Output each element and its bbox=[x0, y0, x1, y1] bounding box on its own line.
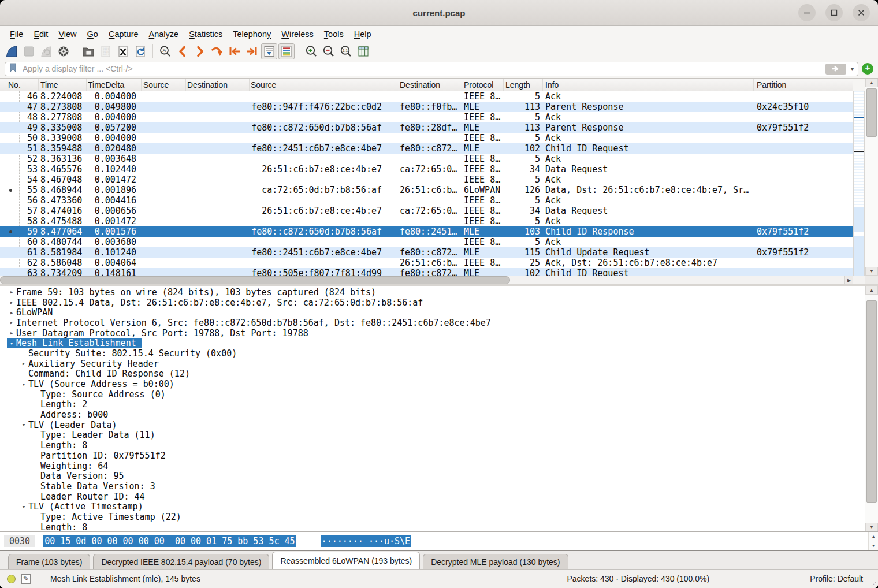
detail-row[interactable]: Command: Child ID Response (12) bbox=[0, 369, 865, 379]
column-header-delta[interactable]: TimeDelta bbox=[87, 79, 142, 91]
packet-row-50[interactable]: 508.3390080.004000IEEE 8…5Ack bbox=[0, 133, 853, 143]
restart-capture-icon[interactable] bbox=[38, 43, 54, 59]
collapsed-arrow-icon[interactable]: ▸ bbox=[7, 288, 16, 296]
packet-row-55[interactable]: 558.4689440.001896ca:72:65:0d:b7:b8:56:a… bbox=[0, 185, 853, 195]
collapsed-arrow-icon[interactable]: ▸ bbox=[7, 299, 16, 306]
detail-row[interactable]: ▸IEEE 802.15.4 Data, Dst: 26:51:c6:b7:e8… bbox=[0, 297, 865, 308]
detail-row[interactable]: Type: Active Timestamp (22) bbox=[0, 512, 865, 522]
column-header-src2[interactable]: Source bbox=[250, 79, 384, 91]
collapsed-arrow-icon[interactable]: ▸ bbox=[19, 360, 28, 367]
go-first-icon[interactable] bbox=[226, 43, 243, 59]
reload-file-icon[interactable] bbox=[132, 43, 148, 59]
packet-row-47[interactable]: 478.2738080.049800fe80::947f:f476:22bc:c… bbox=[0, 102, 853, 112]
packet-row-48[interactable]: 488.2778080.004000IEEE 8…5Ack bbox=[0, 112, 853, 122]
column-header-dst1[interactable]: Destination bbox=[186, 79, 250, 91]
zoom-original-icon[interactable]: 1:1 bbox=[338, 43, 354, 59]
detail-row[interactable]: Security Suite: 802.15.4 Security (0x00) bbox=[0, 348, 865, 359]
detail-row[interactable]: Data Version: 95 bbox=[0, 471, 865, 481]
expanded-arrow-icon[interactable]: ▾ bbox=[7, 340, 16, 347]
display-filter-field[interactable]: ▾ bbox=[5, 62, 858, 76]
byte-view-tab[interactable]: Frame (103 bytes) bbox=[8, 554, 90, 569]
packet-row-62[interactable]: 628.5860480.00406426:51:c6:b…IEEE 8…25Ac… bbox=[0, 258, 853, 268]
packet-row-57[interactable]: 578.4740160.00065626:51:c6:b7:e8:ce:4b:e… bbox=[0, 206, 853, 216]
column-header-no[interactable]: No. bbox=[0, 79, 39, 91]
collapsed-arrow-icon[interactable]: ▸ bbox=[7, 329, 16, 337]
detail-row[interactable]: Partition ID: 0x79f551f2 bbox=[0, 451, 865, 461]
column-header-info[interactable]: Info bbox=[543, 79, 754, 91]
detail-row[interactable]: Weighting: 64 bbox=[0, 461, 865, 471]
close-file-icon[interactable] bbox=[115, 43, 131, 59]
vscroll-thumb[interactable] bbox=[866, 88, 877, 137]
menu-view[interactable]: View bbox=[53, 28, 81, 40]
hex-scroll-up-arrow[interactable]: ▲ bbox=[869, 532, 878, 541]
column-header-part[interactable]: Partition bbox=[754, 79, 853, 91]
byte-view-tab[interactable]: Reassembled 6LoWPAN (193 bytes) bbox=[272, 552, 420, 569]
find-packet-icon[interactable]: A bbox=[157, 43, 173, 59]
go-last-icon[interactable] bbox=[244, 43, 260, 59]
detail-row[interactable]: ▸Internet Protocol Version 6, Src: fe80:… bbox=[0, 318, 865, 328]
column-header-src1[interactable]: Source bbox=[142, 79, 186, 91]
go-forward-icon[interactable] bbox=[192, 43, 208, 59]
menu-wireless[interactable]: Wireless bbox=[276, 28, 319, 40]
vscroll-track[interactable] bbox=[865, 87, 878, 267]
menu-help[interactable]: Help bbox=[349, 28, 377, 40]
column-header-len[interactable]: Length bbox=[504, 79, 543, 91]
details-vscrollbar[interactable]: ▲ ▼ bbox=[865, 286, 878, 531]
detail-row[interactable]: Type: Leader Data (11) bbox=[0, 430, 865, 441]
go-to-packet-icon[interactable] bbox=[209, 43, 225, 59]
details-scroll-up-arrow[interactable]: ▲ bbox=[865, 286, 878, 295]
packet-row-54[interactable]: 548.4670480.001472IEEE 8…5Ack bbox=[0, 174, 853, 185]
resize-columns-icon[interactable] bbox=[355, 43, 371, 59]
packet-row-61[interactable]: 618.5819840.101240fe80::2451:c6b7:e8ce:4… bbox=[0, 247, 853, 258]
packet-row-60[interactable]: 608.4807440.003680IEEE 8…5Ack bbox=[0, 237, 853, 247]
display-filter-input[interactable] bbox=[21, 64, 821, 74]
expanded-arrow-icon[interactable]: ▾ bbox=[19, 421, 28, 429]
column-header-proto[interactable]: Protocol bbox=[462, 79, 504, 91]
hex-ascii-selected[interactable]: ········ ···u·S\E bbox=[321, 535, 412, 547]
menu-capture[interactable]: Capture bbox=[103, 28, 144, 40]
collapsed-arrow-icon[interactable]: ▸ bbox=[7, 319, 16, 326]
detail-row[interactable]: Address: b000 bbox=[0, 410, 865, 420]
packet-minimap[interactable] bbox=[853, 91, 865, 276]
status-profile[interactable]: Profile: Default bbox=[799, 574, 863, 583]
detail-row[interactable]: Length: 2 bbox=[0, 400, 865, 410]
detail-row[interactable]: ▾TLV (Source Address = b0:00) bbox=[0, 379, 865, 389]
zoom-out-icon[interactable] bbox=[321, 43, 337, 59]
maximize-button[interactable] bbox=[825, 4, 843, 21]
packet-bytes-pane[interactable]: 0030 00 15 0d 00 00 00 00 00 00 00 01 75… bbox=[0, 531, 878, 550]
menu-go[interactable]: Go bbox=[82, 28, 103, 40]
bookmark-icon[interactable] bbox=[9, 63, 17, 75]
detail-row[interactable]: Type: Source Address (0) bbox=[0, 389, 865, 400]
packet-row-49[interactable]: 498.3350080.057200fe80::c872:650d:b7b8:5… bbox=[0, 122, 853, 133]
detail-row[interactable]: ▾TLV (Active Timestamp) bbox=[0, 501, 865, 512]
hex-line[interactable]: 0030 00 15 0d 00 00 00 00 00 00 00 01 75… bbox=[0, 535, 411, 547]
packet-row-63[interactable]: 638.7342090.148161fe80::505e:f807:7f81:4… bbox=[0, 268, 853, 276]
packet-list-hscrollbar[interactable]: ▶ bbox=[0, 276, 853, 284]
packet-row-51[interactable]: 518.3594880.020480fe80::2451:c6b7:e8ce:4… bbox=[0, 143, 853, 154]
title-bar[interactable]: current.pcap bbox=[0, 0, 878, 26]
auto-scroll-icon[interactable] bbox=[261, 43, 277, 59]
colorize-icon[interactable] bbox=[278, 43, 295, 59]
add-filter-button[interactable]: + bbox=[862, 63, 873, 75]
apply-filter-button[interactable] bbox=[825, 64, 846, 75]
packet-row-46[interactable]: 468.2240080.004000IEEE 8…5Ack bbox=[0, 91, 853, 102]
resize-grip[interactable]: ⋰ bbox=[871, 581, 877, 587]
filter-dropdown-caret[interactable]: ▾ bbox=[851, 66, 854, 72]
capture-options-icon[interactable] bbox=[55, 43, 72, 59]
details-scroll-thumb[interactable] bbox=[866, 300, 877, 503]
expert-info-icon[interactable] bbox=[7, 575, 16, 583]
menu-telephony[interactable]: Telephony bbox=[228, 28, 276, 40]
menu-statistics[interactable]: Statistics bbox=[184, 28, 228, 40]
detail-row[interactable]: ▸Auxiliary Security Header bbox=[0, 359, 865, 369]
detail-row[interactable]: ▾TLV (Leader Data) bbox=[0, 420, 865, 430]
detail-row[interactable]: ▾Mesh Link Establishment bbox=[0, 338, 865, 348]
detail-row[interactable]: ▸6LoWPAN bbox=[0, 307, 865, 318]
expanded-arrow-icon[interactable]: ▾ bbox=[19, 503, 28, 511]
detail-row[interactable]: Leader Router ID: 44 bbox=[0, 492, 865, 502]
collapsed-arrow-icon[interactable]: ▸ bbox=[7, 309, 16, 317]
minimize-button[interactable] bbox=[798, 4, 816, 21]
capture-comment-icon[interactable]: ✎ bbox=[21, 574, 31, 584]
detail-row[interactable]: Length: 8 bbox=[0, 522, 865, 531]
vscroll-up-arrow[interactable]: ▲ bbox=[865, 79, 878, 87]
column-header-time[interactable]: Time bbox=[39, 79, 87, 91]
